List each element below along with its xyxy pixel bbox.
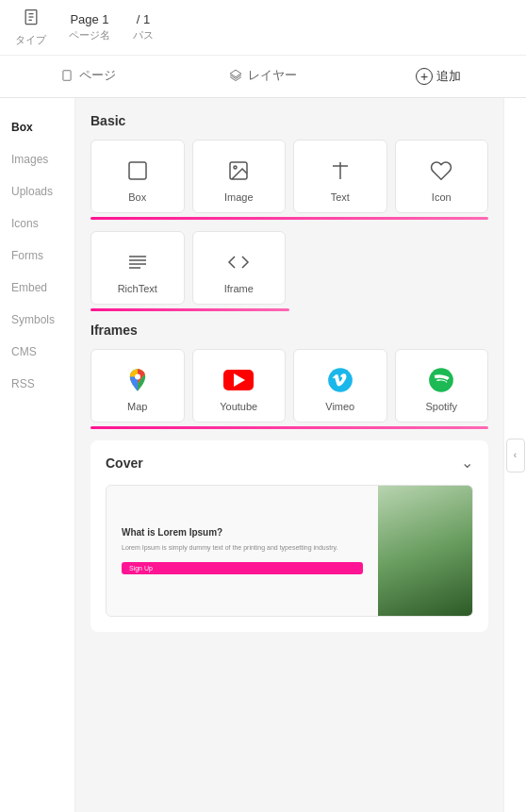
basic-section-title: Basic [90,113,488,128]
cover-preview: What is Lorem Ipsum? Lorem Ipsum is simp… [106,485,473,617]
sidebar: Box Images Uploads Icons Forms Embed Sym… [0,98,75,812]
youtube-icon [223,365,254,395]
basic-items-grid-row2: RichText Iframe [90,231,488,305]
iframe-item[interactable]: Iframe [192,231,287,305]
vimeo-label: Vimeo [325,401,354,412]
sidebar-item-embed[interactable]: Embed [0,273,74,302]
right-panel-toggle[interactable]: ‹ [503,98,526,812]
text-item[interactable]: Text [293,140,387,213]
text-label: Text [331,191,350,203]
svg-point-15 [135,374,140,380]
icon-item[interactable]: Icon [395,140,489,213]
box-label: Box [128,191,146,203]
cover-section: Cover ⌄ What is Lorem Ipsum? Lorem Ipsum… [90,440,488,632]
box-icon [123,156,153,186]
add-circle-icon: + [416,68,433,85]
spotify-icon [426,365,456,395]
content-area: Basic Box Image Text [75,98,503,812]
box-item[interactable]: Box [90,140,185,213]
cover-preview-img-bg [378,486,472,616]
icon-label: Icon [432,191,452,203]
youtube-label: Youtube [220,401,257,412]
basic-row1-divider [90,217,488,220]
sidebar-item-icons[interactable]: Icons [0,209,74,238]
page-name-value: Page 1 [70,12,108,26]
tab-layers[interactable]: レイヤー [175,56,351,97]
sidebar-item-uploads[interactable]: Uploads [0,177,74,206]
image-label: Image [224,191,254,203]
svg-point-8 [234,166,237,169]
page-name-item: Page 1 ページ名 [69,12,110,42]
cover-preview-heading: What is Lorem Ipsum? [122,527,363,538]
sidebar-item-symbols[interactable]: Symbols [0,306,74,334]
cover-preview-left: What is Lorem Ipsum? Lorem Ipsum is simp… [107,486,378,616]
sidebar-item-images[interactable]: Images [0,145,74,174]
iframes-divider [90,426,488,429]
vimeo-item[interactable]: Vimeo [293,349,387,423]
svg-point-16 [328,368,353,392]
sidebar-item-rss[interactable]: RSS [0,370,74,398]
iframe-label: Iframe [224,283,254,294]
image-item[interactable]: Image [192,140,287,213]
basic-items-grid-row1: Box Image Text Icon [90,140,488,213]
spotify-label: Spotify [425,401,457,412]
layers-icon [229,69,242,82]
layers-tab-label: レイヤー [248,67,297,84]
iframe-icon [223,247,254,277]
cover-header: Cover ⌄ [90,440,488,485]
cover-chevron-icon[interactable]: ⌄ [461,454,473,472]
spotify-item[interactable]: Spotify [395,349,489,423]
path-label: パス [133,28,154,42]
cover-preview-text: Lorem Ipsum is simply dummy text of the … [122,543,363,553]
tab-bar: ページ レイヤー + 追加 [0,56,526,98]
type-label: タイプ [15,33,46,47]
collapse-icon: ‹ [506,439,525,472]
add-tab-label: 追加 [436,68,461,85]
text-icon [325,156,355,186]
path-item: / 1 パス [133,12,154,42]
page-name-label: ページ名 [69,28,110,42]
sidebar-item-box[interactable]: Box [0,113,74,141]
svg-rect-6 [129,162,146,179]
image-icon [223,156,254,186]
cover-title: Cover [106,456,143,471]
vimeo-icon [325,365,355,395]
tab-add[interactable]: + 追加 [351,56,526,97]
youtube-item[interactable]: Youtube [192,349,287,423]
svg-rect-4 [62,71,70,81]
sidebar-item-forms[interactable]: Forms [0,241,74,270]
page-icon [22,8,41,31]
basic-row2-divider [90,308,289,311]
main-area: Box Images Uploads Icons Forms Embed Sym… [0,98,526,812]
top-bar: タイプ Page 1 ページ名 / 1 パス [0,0,526,56]
richtext-label: RichText [118,283,157,294]
map-icon [123,365,153,395]
pages-icon [60,69,74,82]
sidebar-item-cms[interactable]: CMS [0,338,74,366]
heart-icon [426,156,456,186]
iframes-section-title: Iframes [90,323,488,338]
richtext-item[interactable]: RichText [90,231,185,305]
richtext-icon [123,247,153,277]
pages-tab-label: ページ [79,67,116,84]
type-item: タイプ [15,8,46,47]
iframes-grid: Map Youtube Vimeo [90,349,488,423]
map-item[interactable]: Map [90,349,185,423]
cover-preview-image [378,486,472,616]
map-label: Map [127,401,147,412]
cover-preview-button[interactable]: Sign Up [122,562,363,574]
tab-pages[interactable]: ページ [0,56,175,97]
path-value: / 1 [137,12,150,26]
